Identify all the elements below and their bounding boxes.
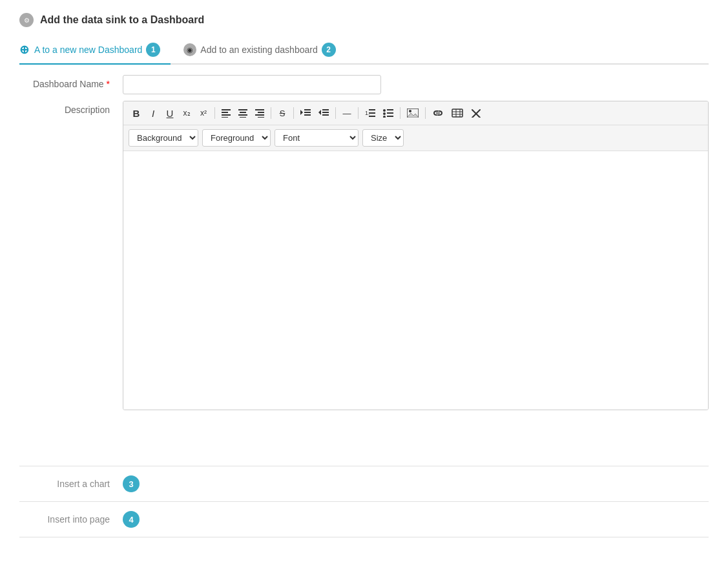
svg-rect-23 [369,116,375,117]
tabs-row: ⊕ A to a new new Dashboard 1 ◉ Add to an… [19,37,709,65]
table-icon [452,109,463,118]
svg-marker-19 [318,110,321,115]
required-star: * [107,79,110,89]
svg-rect-9 [258,112,264,113]
font-select[interactable]: Font [275,129,359,147]
svg-rect-8 [255,109,264,110]
background-select[interactable]: Background [129,129,198,147]
sep3 [293,107,294,119]
unordered-list-icon [383,109,393,118]
dashboard-name-label: Dashboard Name * [19,75,123,89]
svg-rect-1 [222,112,228,113]
svg-rect-2 [222,114,231,116]
bold-button[interactable]: B [129,105,144,121]
svg-rect-27 [387,109,393,110]
form-section: Dashboard Name * Description B I U x₂ x² [19,65,709,427]
link-icon [432,109,444,118]
tab-existing-dashboard[interactable]: ◉ Add to an existing dashboard 2 [183,37,346,63]
eraser-icon [471,109,481,118]
outdent-icon [318,109,329,118]
svg-rect-29 [387,116,393,117]
eraser-button[interactable] [468,105,484,121]
plus-icon: ⊕ [19,43,29,57]
svg-rect-34 [452,109,463,117]
outdent-button[interactable] [315,105,332,121]
align-center-button[interactable] [235,105,251,121]
image-button[interactable] [404,105,422,121]
svg-point-24 [383,109,386,112]
align-left-button[interactable] [218,105,234,121]
unordered-list-button[interactable] [380,105,397,121]
svg-rect-22 [369,112,375,114]
sep4 [335,107,336,119]
svg-point-26 [383,116,386,118]
svg-rect-16 [322,109,329,110]
dashboard-icon: ◉ [183,43,196,56]
indent-button[interactable] [297,105,314,121]
insert-chart-badge: 3 [123,475,140,492]
subscript-button[interactable]: x₂ [179,105,194,121]
sep2 [271,107,271,119]
insert-into-page-label: Insert into page [19,514,123,525]
svg-rect-5 [240,112,246,113]
description-row: Description B I U x₂ x² [19,101,709,410]
tab-new-dashboard-label: A to a new new Dashboard [34,45,142,55]
insert-chart-label: Insert a chart [19,479,123,489]
insert-into-page-section: Insert into page 4 [19,502,709,537]
sep1 [214,107,215,119]
page-title: Add the data sink to a Dashboard [40,14,204,26]
description-editor: B I U x₂ x² S [123,101,709,410]
sep7 [425,107,426,119]
page-title-row: ⚙ Add the data sink to a Dashboard [19,13,709,27]
ordered-list-icon: 1. [365,109,375,118]
image-icon [407,109,419,118]
svg-rect-4 [238,109,247,110]
underline-button[interactable]: U [162,105,178,121]
svg-marker-32 [407,113,419,118]
page-title-icon: ⚙ [19,13,34,27]
svg-rect-21 [369,109,375,110]
tab-new-dashboard[interactable]: ⊕ A to a new new Dashboard 1 [19,37,171,63]
svg-rect-11 [258,117,264,118]
ordered-list-button[interactable]: 1. [362,105,379,121]
svg-point-25 [383,112,386,115]
dashboard-name-row: Dashboard Name * [19,75,709,94]
editor-content-area[interactable] [123,151,708,410]
indent-icon [300,109,311,118]
svg-rect-10 [255,114,264,116]
strikethrough-button[interactable]: S [275,105,290,121]
svg-marker-15 [300,110,303,115]
toolbar-row1: B I U x₂ x² S [123,101,708,125]
tab-existing-dashboard-badge: 2 [322,43,336,57]
link-button[interactable] [429,105,447,121]
svg-rect-18 [322,114,329,116]
svg-rect-0 [222,109,231,110]
align-center-icon [238,109,247,118]
sep6 [400,107,400,119]
italic-button[interactable]: I [145,105,161,121]
description-label: Description [19,101,123,115]
svg-rect-3 [222,117,228,118]
tab-new-dashboard-badge: 1 [146,43,160,57]
svg-rect-17 [322,112,329,113]
sep5 [358,107,359,119]
svg-rect-13 [304,112,311,113]
size-select[interactable]: Size [362,129,404,147]
svg-rect-14 [304,114,311,116]
toolbar-row2: Background Foreground Font Size [123,125,708,151]
svg-rect-12 [304,109,311,110]
svg-rect-7 [240,117,246,118]
foreground-select[interactable]: Foreground [202,129,271,147]
svg-rect-28 [387,112,393,114]
hr-button[interactable]: — [339,105,355,121]
svg-point-31 [409,110,411,112]
align-right-button[interactable] [252,105,267,121]
insert-chart-section: Insert a chart 3 [19,466,709,502]
page-container: ⚙ Add the data sink to a Dashboard ⊕ A t… [0,0,728,562]
align-right-icon [255,109,264,118]
superscript-button[interactable]: x² [196,105,211,121]
tab-existing-dashboard-label: Add to an existing dashboard [200,45,317,55]
dashboard-name-input[interactable] [123,75,381,94]
table-button[interactable] [448,105,466,121]
insert-into-page-badge: 4 [123,511,140,528]
